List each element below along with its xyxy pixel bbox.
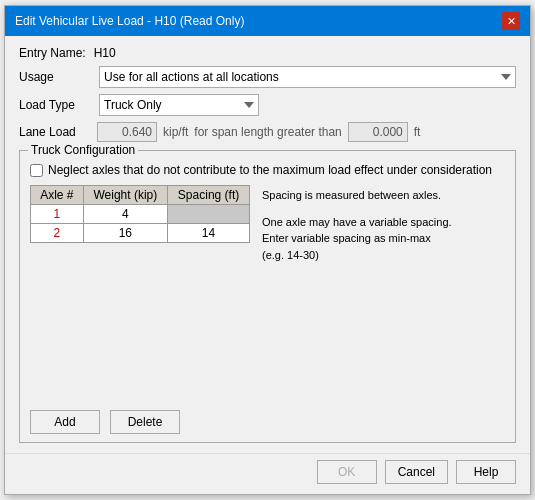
spacing-2[interactable]: 14: [168, 224, 250, 243]
axle-num-1: 1: [31, 205, 84, 224]
truck-config-group: Truck Configuration Neglect axles that d…: [19, 150, 516, 443]
dialog-title: Edit Vehicular Live Load - H10 (Read Onl…: [15, 14, 244, 28]
main-dialog: Edit Vehicular Live Load - H10 (Read Onl…: [4, 5, 531, 495]
weight-2[interactable]: 16: [83, 224, 167, 243]
info-text-1: Spacing is measured between axles.: [262, 187, 452, 204]
lane-load-input[interactable]: [97, 122, 157, 142]
load-type-label: Load Type: [19, 98, 91, 112]
help-button[interactable]: Help: [456, 460, 516, 484]
lane-load-label: Lane Load: [19, 125, 91, 139]
entry-name-row: Entry Name: H10: [19, 46, 516, 60]
delete-button[interactable]: Delete: [110, 410, 180, 434]
usage-label: Usage: [19, 70, 91, 84]
entry-name-value: H10: [94, 46, 116, 60]
axle-num-2: 2: [31, 224, 84, 243]
title-bar: Edit Vehicular Live Load - H10 (Read Onl…: [5, 6, 530, 36]
span-value-input[interactable]: [348, 122, 408, 142]
load-type-row: Load Type Truck OnlyLane OnlyTruck + Lan…: [19, 94, 516, 116]
neglect-axles-row: Neglect axles that do not contribute to …: [30, 163, 505, 177]
col-weight-header: Weight (kip): [83, 186, 167, 205]
span-unit: ft: [414, 125, 421, 139]
info-text-2: One axle may have a variable spacing. En…: [262, 214, 452, 264]
axle-table: Axle # Weight (kip) Spacing (ft) 1 4 2: [30, 185, 250, 243]
usage-row: Usage Use for all actions at all locatio…: [19, 66, 516, 88]
neglect-axles-checkbox[interactable]: [30, 164, 43, 177]
group-box-label: Truck Configuration: [28, 143, 138, 157]
table-info-row: Axle # Weight (kip) Spacing (ft) 1 4 2: [30, 185, 505, 398]
info-text-area: Spacing is measured between axles. One a…: [262, 185, 452, 398]
dialog-body: Entry Name: H10 Usage Use for all action…: [5, 36, 530, 453]
span-label: for span length greater than: [194, 125, 341, 139]
lane-load-unit: kip/ft: [163, 125, 188, 139]
ok-button[interactable]: OK: [317, 460, 377, 484]
neglect-axles-label: Neglect axles that do not contribute to …: [48, 163, 492, 177]
load-type-select[interactable]: Truck OnlyLane OnlyTruck + Lane: [99, 94, 259, 116]
dialog-footer: OK Cancel Help: [5, 453, 530, 494]
table-row: 2 16 14: [31, 224, 250, 243]
col-axle-header: Axle #: [31, 186, 84, 205]
weight-1[interactable]: 4: [83, 205, 167, 224]
entry-name-label: Entry Name:: [19, 46, 86, 60]
table-row: 1 4: [31, 205, 250, 224]
close-button[interactable]: ✕: [502, 12, 520, 30]
add-delete-row: Add Delete: [30, 410, 505, 434]
lane-load-row: Lane Load kip/ft for span length greater…: [19, 122, 516, 142]
add-button[interactable]: Add: [30, 410, 100, 434]
col-spacing-header: Spacing (ft): [168, 186, 250, 205]
cancel-button[interactable]: Cancel: [385, 460, 448, 484]
spacing-1: [168, 205, 250, 224]
usage-select[interactable]: Use for all actions at all locationsUse …: [99, 66, 516, 88]
